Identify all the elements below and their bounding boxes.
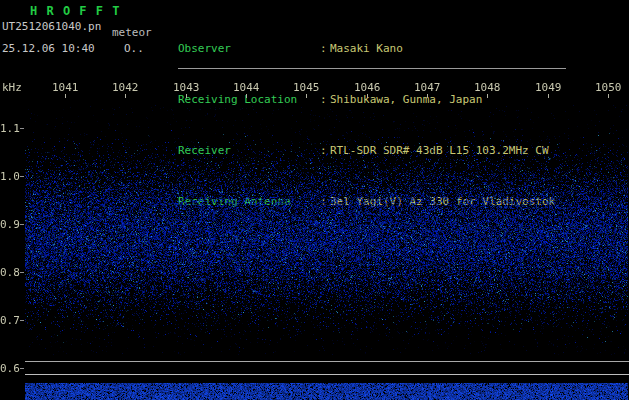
x-tick-label: 1044 (233, 81, 260, 94)
y-tick-label: 1.0 (0, 170, 18, 183)
x-axis-tick (548, 94, 549, 98)
x-tick-label: 1043 (173, 81, 200, 94)
x-tick-label: 1048 (474, 81, 501, 94)
x-tick-label: 1045 (293, 81, 320, 94)
x-axis-tick (306, 94, 307, 98)
x-tick-label: 1047 (414, 81, 441, 94)
signal-level-reference-line (25, 361, 629, 362)
x-axis-tick (427, 94, 428, 98)
x-axis-tick (125, 94, 126, 98)
y-axis-tick (20, 272, 24, 273)
x-tick-label: 1042 (112, 81, 139, 94)
y-axis-unit-label: kHz (2, 81, 22, 94)
y-tick-label: 0.9 (0, 218, 18, 231)
x-tick-label: 1046 (354, 81, 381, 94)
y-tick-label: 0.7 (0, 314, 18, 327)
x-axis-tick (487, 94, 488, 98)
y-axis-tick (20, 176, 24, 177)
signal-level-reference-line (25, 374, 629, 375)
y-axis-tick (20, 128, 24, 129)
x-tick-label: 1050 (595, 81, 622, 94)
y-axis-tick (20, 224, 24, 225)
y-tick-label: 0.8 (0, 266, 18, 279)
x-axis-tick (186, 94, 187, 98)
x-axis-tick (65, 94, 66, 98)
x-axis-tick (608, 94, 609, 98)
y-axis-tick (20, 368, 24, 369)
y-tick-label: 0.6 (0, 362, 18, 375)
y-axis-tick (20, 320, 24, 321)
hrofft-spectrogram-screen: H R O F F T UT2512061040.pn meteor 25.12… (0, 0, 629, 400)
x-tick-label: 1041 (52, 81, 79, 94)
y-tick-label: 1.1 (0, 122, 18, 135)
x-axis-tick (367, 94, 368, 98)
x-axis-tick (246, 94, 247, 98)
x-tick-label: 1049 (535, 81, 562, 94)
spectrogram-noise-canvas (0, 0, 629, 400)
